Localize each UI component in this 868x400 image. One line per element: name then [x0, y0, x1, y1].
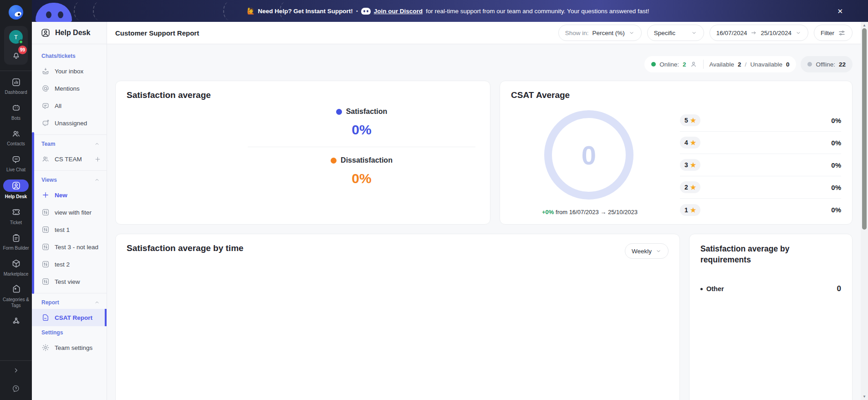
notification-badge: 99	[18, 46, 27, 54]
rail-item-help-desk[interactable]: Help Desk	[0, 179, 32, 200]
show-in-dropdown[interactable]: Show in: Percent (%)	[558, 25, 642, 41]
chevron-up-icon[interactable]	[94, 177, 100, 183]
rail-item-community[interactable]	[0, 315, 32, 326]
star-pill: 4★	[680, 137, 700, 149]
at-sign-icon	[41, 84, 50, 92]
app-window: 🙋 Need Help? Get Instant Support! • Join…	[0, 0, 868, 400]
scrollbar-thumb[interactable]	[862, 28, 867, 230]
date-range-picker[interactable]: 16/07/2024 25/10/2024	[710, 25, 808, 41]
rail-item-categories-tags[interactable]: Categories & Tags	[0, 284, 32, 308]
close-icon[interactable]: ✕	[837, 8, 843, 15]
online-count: 2	[683, 61, 686, 68]
sidebar-item-team-settings[interactable]: Team settings	[32, 339, 107, 356]
sidebar-item-test-1[interactable]: test 1	[32, 221, 107, 238]
scroll-down-icon[interactable]: ▼	[861, 395, 868, 399]
report-content: Online: 2 Available 2 / Unavailable 0 Of…	[107, 44, 861, 400]
rail-item-contacts[interactable]: Contacts	[0, 128, 32, 147]
discord-link[interactable]: Join our Discord	[374, 8, 423, 15]
sidebar-item-label: Team settings	[55, 344, 92, 351]
help-question-icon[interactable]	[12, 385, 20, 395]
avatar[interactable]: T	[9, 30, 23, 44]
rating-percent: 0%	[831, 139, 841, 147]
sliders-icon	[41, 208, 50, 216]
sidebar-scroll-indicator[interactable]	[32, 132, 34, 294]
tag-icon	[3, 284, 29, 295]
sidebar-item-new-view[interactable]: New	[32, 186, 107, 204]
sidebar-item-test-3-not-lead[interactable]: Test 3 - not lead	[32, 238, 107, 256]
sidebar-item-mentions[interactable]: Mentions	[32, 80, 107, 97]
csat-delta: +0%	[542, 209, 554, 215]
cube-icon	[3, 258, 29, 269]
sidebar-item-unassigned[interactable]: Unassigned	[32, 114, 107, 132]
share-nodes-icon	[3, 315, 29, 326]
promo-banner: 🙋 Need Help? Get Instant Support! • Join…	[28, 0, 868, 22]
online-label: Online:	[659, 61, 679, 68]
collapse-chevron-right-icon[interactable]	[12, 366, 20, 376]
person-icon	[690, 61, 697, 68]
rating-percent: 0%	[831, 117, 841, 124]
online-availability-pill: Online: 2 Available 2 / Unavailable 0	[644, 56, 796, 72]
sidebar-item-cs-team[interactable]: CS TEAM	[32, 150, 107, 168]
dissatisfaction-value: 0%	[248, 171, 475, 186]
rating-percent: 0%	[831, 161, 841, 169]
available-count: 2	[738, 61, 741, 68]
rail-item-label: Live Chat	[6, 167, 26, 173]
chevron-down-icon	[691, 30, 697, 36]
rail-item-label: Bots	[11, 116, 20, 122]
card-title: CSAT Average	[511, 90, 841, 100]
requirement-value: 0	[837, 284, 841, 293]
rail-item-ticket[interactable]: Ticket	[0, 207, 32, 226]
vertical-scrollbar[interactable]: ▲ ▼	[861, 22, 868, 400]
main-header: Customer Support Report Show in: Percent…	[107, 22, 861, 44]
notifications-button[interactable]: 99	[10, 50, 21, 60]
range-mode-dropdown[interactable]: Specific	[647, 25, 704, 41]
header-controls: Show in: Percent (%) Specific 16/07/2024…	[558, 25, 853, 41]
rail-item-label: Dashboard	[5, 90, 27, 96]
sidebar-item-all[interactable]: All	[32, 97, 107, 114]
bar-chart-icon	[3, 77, 29, 87]
plus-icon[interactable]	[94, 156, 101, 163]
banner-tail-text: for real-time support from our team and …	[426, 8, 649, 15]
rail-item-dashboard[interactable]: Dashboard	[0, 77, 32, 96]
sidebar-item-label: New	[55, 192, 67, 199]
rail-item-label: Form Builder	[3, 246, 29, 251]
sidebar-item-view-with-fiter[interactable]: view with fiter	[32, 204, 107, 221]
discord-icon	[361, 8, 371, 15]
sidebar-title: Help Desk	[55, 29, 90, 37]
star-icon: ★	[690, 162, 696, 168]
botpenguin-logo[interactable]	[9, 5, 23, 20]
period-dropdown[interactable]: Weekly	[625, 243, 669, 259]
rating-percent: 0%	[831, 206, 841, 214]
sidebar-item-label: Mentions	[55, 85, 80, 92]
banner-headline: Need Help? Get Instant Support!	[258, 8, 353, 15]
satisfaction-label: Satisfaction	[346, 108, 388, 116]
rail-item-live-chat[interactable]: Live Chat	[0, 154, 32, 173]
section-views: Views	[32, 174, 107, 186]
star-count: 2	[684, 184, 688, 191]
chevron-up-icon[interactable]	[94, 141, 100, 147]
chat-bubble-icon	[3, 154, 29, 165]
csat-ratings-list: 5★ 0% 4★ 0% 3★ 0% 2★ 0%	[680, 109, 841, 221]
section-team: Team	[32, 138, 107, 150]
scroll-up-icon[interactable]: ▲	[861, 23, 868, 27]
sidebar-item-csat-report[interactable]: CSAT Report	[32, 309, 107, 326]
sidebar-item-test-2[interactable]: test 2	[32, 256, 107, 273]
filter-sliders-icon	[838, 29, 846, 37]
sidebar-item-label: Unassigned	[55, 120, 87, 127]
csat-rating-row-2: 2★ 0%	[680, 176, 841, 199]
period-value: Weekly	[632, 248, 652, 255]
csat-rating-row-4: 4★ 0%	[680, 132, 841, 154]
rail-item-bots[interactable]: Bots	[0, 103, 32, 122]
rail-item-marketplace[interactable]: Marketplace	[0, 258, 32, 277]
satisfaction-value: 0%	[248, 122, 475, 138]
sidebar-item-your-inbox[interactable]: Your inbox	[32, 62, 107, 80]
sliders-icon	[41, 226, 50, 234]
sidebar-item-test-view[interactable]: Test view	[32, 273, 107, 290]
users-icon	[41, 155, 50, 163]
csat-delta-period: from 16/07/2023 → 25/10/2023	[556, 209, 638, 215]
section-label: Chats/tickets	[41, 53, 76, 59]
chevron-up-icon[interactable]	[94, 299, 100, 306]
filter-button[interactable]: Filter	[814, 25, 853, 41]
rail-item-form-builder[interactable]: Form Builder	[0, 232, 32, 251]
requirement-name: Other	[706, 285, 724, 292]
